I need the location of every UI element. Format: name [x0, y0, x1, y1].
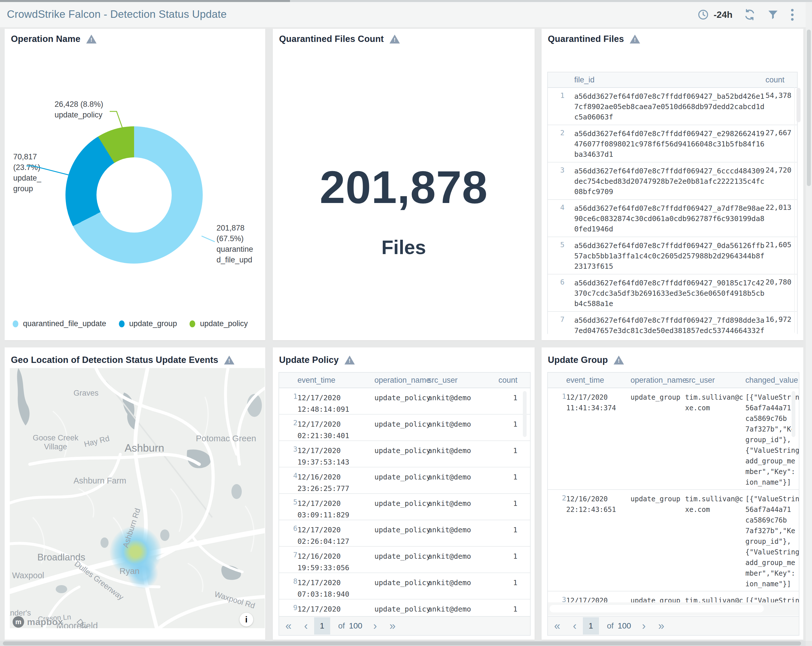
page-hscrollbar-track[interactable] — [0, 641, 806, 646]
map-label-ryan: Ryan — [119, 566, 140, 576]
table-row[interactable]: 412/16/202023:26:25:777update_policyanki… — [279, 467, 530, 494]
file-id-cell: a56dd3627ef64fd07e8c7ffddf069427_90185c1… — [565, 275, 765, 311]
pagination: « ‹ 1 of 100 › » — [279, 616, 531, 636]
warning-icon[interactable]: ! — [390, 35, 400, 44]
clock-icon[interactable] — [698, 9, 709, 20]
current-page[interactable]: 1 — [314, 617, 330, 635]
table-row[interactable]: 112/17/202012:48:14:091update_policyanki… — [279, 388, 530, 415]
horizontal-scrollbar-track[interactable] — [547, 602, 799, 615]
dashboard: CrowdStrike Falcon - Detection Status Up… — [0, 0, 812, 646]
table-row[interactable]: 3a56dd3627ef64fd07e8c7ffddf069427_6cccd4… — [548, 162, 797, 200]
page-scrollbar-thumb[interactable] — [807, 30, 811, 186]
table-scrollbar-thumb[interactable] — [797, 88, 801, 122]
update-policy-table: event_time operation_name src_user count… — [279, 372, 531, 617]
warning-icon[interactable]: ! — [86, 35, 96, 44]
panel-quarantined-files: Quarantined Files ! file_id count 1a56dd… — [542, 29, 803, 340]
last-page-button[interactable]: » — [652, 617, 671, 635]
table-row[interactable]: 3 12/17/202009:54:37:468 update_group ti… — [548, 591, 799, 603]
column-header-event-time[interactable]: event_time — [298, 376, 374, 385]
changed-value-cell: [{"ValueStrin 56af7a44a71 ca5869c76b 7af… — [745, 490, 799, 591]
next-page-button[interactable]: › — [367, 617, 383, 635]
mapbox-logo-icon: m — [13, 616, 24, 628]
table-row[interactable]: 1a56dd3627ef64fd07e8c7ffddf069427_ba52bd… — [548, 88, 797, 125]
mapbox-logo[interactable]: m mapbox — [13, 616, 63, 628]
donut-label-quarantined-file-update: 201,878 (67.5%) quarantine d_file_upd — [217, 223, 253, 265]
panel-operation-name: Operation Name ! 26,428 (8.8%) update_po… — [5, 29, 265, 340]
table-body: 112/17/202012:48:14:091update_policyanki… — [279, 388, 530, 617]
table-row[interactable]: 612/17/202002:26:04:127update_policyanki… — [279, 520, 530, 547]
pagination: « ‹ 1 of 100 › » — [547, 616, 799, 636]
warning-icon[interactable]: ! — [345, 356, 355, 365]
table-divider — [794, 87, 795, 333]
next-page-button[interactable]: › — [636, 617, 652, 635]
column-header-changed-value[interactable]: changed_value — [745, 376, 799, 385]
filter-icon[interactable] — [767, 9, 779, 21]
column-header-file-id[interactable]: file_id — [565, 75, 765, 84]
count-cell: 24,720 — [765, 162, 797, 199]
table-row[interactable]: 712/16/202019:59:33:056update_policyanki… — [279, 547, 530, 573]
table-header: event_time operation_name src_user count — [279, 373, 530, 388]
column-header-src-user[interactable]: src_user — [685, 376, 745, 385]
page-scrollbar-track[interactable] — [806, 2, 812, 641]
legend-item-quarantined-file-update[interactable]: quarantined_file_update — [13, 319, 106, 328]
panel-title: Operation Name — [11, 34, 80, 44]
column-header-operation-name[interactable]: operation_name — [374, 376, 428, 385]
column-header-src-user[interactable]: src_user — [428, 376, 491, 385]
table-row[interactable]: 6a56dd3627ef64fd07e8c7ffddf069427_90185c… — [548, 275, 797, 312]
column-header-event-time[interactable]: event_time — [566, 376, 630, 385]
time-range-label[interactable]: -24h — [714, 9, 733, 20]
map-label-potomac-green: Potomac Green — [196, 434, 256, 443]
table-scrollbar-thumb[interactable] — [523, 391, 527, 437]
warning-icon[interactable]: ! — [614, 356, 624, 365]
count-cell: 22,013 — [765, 200, 797, 237]
table-row[interactable]: 912/17/202015:22:09:311update_policyanki… — [279, 600, 530, 617]
map-label-ashburn-farm: Ashburn Farm — [73, 476, 126, 486]
file-id-cell: a56dd3627ef64fd07e8c7ffddf069427_6cccd48… — [565, 162, 765, 199]
page-hscrollbar-thumb[interactable] — [3, 641, 801, 645]
last-page-button[interactable]: » — [383, 617, 402, 635]
table-row[interactable]: 312/17/202019:37:53:143update_policyanki… — [279, 441, 530, 467]
prev-page-button[interactable]: ‹ — [298, 617, 314, 635]
column-header-count[interactable]: count — [765, 75, 798, 84]
first-page-button[interactable]: « — [548, 617, 566, 635]
top-scrollbar-thumb[interactable] — [0, 0, 290, 2]
table-header: event_time operation_name src_user chang… — [548, 373, 799, 388]
current-page[interactable]: 1 — [583, 617, 599, 635]
table-row[interactable]: 4a56dd3627ef64fd07e8c7ffddf069427_a7df78… — [548, 200, 797, 237]
prev-page-button[interactable]: ‹ — [566, 617, 583, 635]
warning-icon[interactable]: ! — [630, 35, 640, 44]
table-header: file_id count — [548, 72, 797, 88]
panel-title: Quarantined Files — [548, 34, 624, 44]
map-info-button[interactable]: i — [240, 613, 253, 626]
refresh-icon[interactable] — [743, 8, 756, 21]
more-menu-icon[interactable] — [790, 8, 795, 22]
file-id-cell: a56dd3627ef64fd07e8c7ffddf069427_0da5612… — [565, 237, 765, 274]
table-scrollbar-thumb[interactable] — [792, 391, 795, 437]
table-row[interactable]: 2a56dd3627ef64fd07e8c7ffddf069427_e29826… — [548, 125, 797, 162]
update-group-table: event_time operation_name src_user chang… — [547, 372, 799, 617]
table-row[interactable]: 812/17/202007:03:18:940update_policyanki… — [279, 573, 530, 600]
legend-item-update-policy[interactable]: update_policy — [189, 319, 248, 328]
page-title: CrowdStrike Falcon - Detection Status Up… — [7, 8, 227, 20]
column-header-operation-name[interactable]: operation_name — [630, 376, 685, 385]
table-row[interactable]: 5a56dd3627ef64fd07e8c7ffddf069427_0da561… — [548, 237, 797, 275]
legend-item-update-group[interactable]: update_group — [119, 319, 177, 328]
column-header-count[interactable]: count — [491, 376, 530, 385]
map-label-ashburn: Ashburn — [125, 442, 164, 454]
dashboard-header: CrowdStrike Falcon - Detection Status Up… — [0, 2, 812, 27]
table-row[interactable]: 2 12/16/202022:12:43:651 update_group ti… — [548, 490, 799, 591]
table-row[interactable]: 1 12/17/202011:41:34:374 update_group ti… — [548, 388, 799, 490]
table-row[interactable]: 212/17/202002:21:30:401update_policyanki… — [279, 415, 530, 441]
legend-dot-blue — [119, 321, 125, 327]
warning-icon[interactable]: ! — [224, 356, 234, 365]
first-page-button[interactable]: « — [279, 617, 298, 635]
top-scrollbar-track[interactable] — [0, 0, 812, 2]
horizontal-scrollbar-thumb[interactable] — [549, 605, 764, 612]
donut-chart[interactable] — [66, 126, 203, 264]
changed-value-cell: [{"ValueStrin 56af7a44a71 ca5869c76b 7af… — [745, 388, 799, 489]
table-row[interactable]: 7a56dd3627ef64fd07e8c7ffddf069427_7fd898… — [548, 312, 797, 334]
map-label-goose-creek: Goose Creek Village — [33, 434, 78, 451]
table-row[interactable]: 512/17/202003:09:11:829update_policyanki… — [279, 494, 530, 520]
panel-title: Geo Location of Detection Status Update … — [11, 355, 218, 365]
map[interactable]: Graves Goose Creek Village Hay Rd Ashbur… — [10, 368, 265, 628]
